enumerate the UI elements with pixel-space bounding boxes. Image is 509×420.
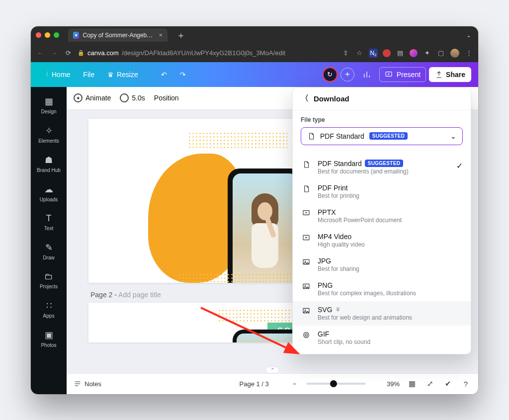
bookmark-icon[interactable]: ☆ [355,49,364,57]
browser-window: ♥ Copy of Sommer-Angebot (Pre × ＋ ⌄ ← → … [31,26,478,394]
file-menu[interactable]: File [78,68,99,82]
filetype-section: File type PDF Standard SUGGESTED ⌄ [293,110,471,153]
sidebar-item-label: Design [41,109,56,114]
sidebar-item-elements[interactable]: ✧Elements [34,121,64,148]
template-icon: ▦ [45,96,53,107]
add-collaborator-button[interactable]: ＋ [340,68,354,82]
position-label: Position [154,94,179,102]
notes-label: Notes [85,380,101,388]
position-button[interactable]: Position [154,94,179,102]
zoom-value[interactable]: 39% [387,380,400,388]
filetype-option-jpg[interactable]: JPGBest for sharing [293,252,471,277]
sidebar-item-text[interactable]: TText [34,209,64,235]
extension-icon[interactable] [383,49,391,57]
nav-forward-icon[interactable]: → [50,49,59,57]
close-tab-icon[interactable]: × [159,31,163,39]
slider-knob-icon[interactable] [330,380,337,387]
option-desc: Best for complex images, illustrations [318,290,416,297]
extension-icon[interactable] [410,49,418,57]
extension-icon[interactable]: N2 [369,49,378,58]
nav-back-icon[interactable]: ← [36,49,45,57]
filetype-option-pptx[interactable]: PPTXMicrosoft PowerPoint document [293,204,471,228]
new-tab-button[interactable]: ＋ [172,29,189,41]
home-button[interactable]: 〈Home [38,67,75,82]
filetype-option-svg[interactable]: SVG♛Best for web design and animations [293,301,471,326]
filetype-select[interactable]: PDF Standard SUGGESTED ⌄ [301,127,463,145]
filetype-option-gif[interactable]: GIFShort clip, no sound [293,326,471,350]
option-desc: High quality video [318,241,365,248]
option-name: JPG [318,257,331,265]
sidebar-item-brandhub[interactable]: ☗Brand Hub [34,151,64,177]
url-path: /design/DAFktad8AYU/nUwPY4xyG2B1G0j0s_3M… [122,49,285,57]
duration-button[interactable]: 5.0s [120,93,145,102]
grid-view-icon[interactable]: ▦ [407,379,418,388]
sparkle-icon: ✦ [74,93,83,102]
option-icon [301,281,312,290]
download-panel: 〈 Download File type PDF Standard SUGGES… [292,87,471,354]
check-circle-icon[interactable]: ✔ [442,379,453,388]
extension-icon[interactable]: ▤ [396,49,405,57]
animate-label: Animate [85,94,111,102]
page-indicator[interactable]: Page 1 / 3 [240,380,269,388]
filetype-label: File type [301,116,463,123]
sidepanel-icon[interactable]: ▢ [436,49,445,57]
extensions-menu-icon[interactable]: ✦ [423,49,431,57]
kebab-menu-icon[interactable]: ⋮ [464,49,473,57]
share-icon[interactable]: ⇪ [341,49,350,57]
profile-avatar-icon[interactable] [450,49,459,58]
download-header: 〈 Download [293,87,471,110]
minimize-window-icon[interactable] [45,32,50,38]
option-text: PPTXMicrosoft PowerPoint document [318,208,402,224]
reload-icon[interactable]: ⟳ [64,49,73,57]
sidebar-item-projects[interactable]: 🗀Projects [34,267,64,293]
option-name: PPTX [318,208,336,216]
share-button[interactable]: Share [429,67,471,82]
window-controls[interactable] [36,32,59,38]
page-peek-indicator[interactable]: ⌃ [266,367,279,373]
option-icon [301,330,312,339]
option-text: MP4 VideoHigh quality video [318,233,365,248]
image-icon: ▣ [45,330,53,340]
option-text: GIFShort clip, no sound [318,330,370,345]
brand-icon: ☗ [45,155,53,166]
present-button[interactable]: Present [379,67,426,82]
tab-title: Copy of Sommer-Angebot (Pre [83,32,155,39]
notes-button[interactable]: Notes [74,380,101,388]
sidebar-item-photos[interactable]: ▣Photos [34,326,64,352]
tabs-overflow-icon[interactable]: ⌄ [466,32,473,39]
close-window-icon[interactable] [36,32,41,38]
option-text: PDF PrintBest for printing [318,184,359,199]
address-bar: ← → ⟳ 🔒 canva.com/design/DAFktad8AYU/nUw… [31,44,478,62]
filetype-option-mp4-video[interactable]: MP4 VideoHigh quality video [293,228,471,252]
svg-point-11 [305,334,308,336]
sidebar-item-draw[interactable]: ✎Draw [34,238,64,264]
animate-button[interactable]: ✦Animate [74,93,111,102]
sidebar-item-design[interactable]: ▦Design [34,92,64,118]
zoom-slider[interactable] [306,383,366,385]
resize-button[interactable]: ♛Resize [102,68,143,82]
download-title: Download [314,94,349,103]
analytics-button[interactable] [357,67,376,82]
undo-button[interactable]: ↶ [156,68,172,82]
url-display[interactable]: 🔒 canva.com/design/DAFktad8AYU/nUwPY4xyG… [78,49,285,57]
zoom-window-icon[interactable] [54,32,59,38]
redo-button[interactable]: ↷ [175,68,191,82]
sidebar-item-apps[interactable]: ∷Apps [34,296,64,323]
back-button[interactable]: 〈 [301,93,309,104]
filetype-option-pdf-print[interactable]: PDF PrintBest for printing [293,179,471,204]
zoom-out-button[interactable]: − [293,380,297,388]
fullscreen-icon[interactable]: ⤢ [424,379,435,388]
browser-tab[interactable]: ♥ Copy of Sommer-Angebot (Pre × [68,28,168,42]
sidebar-item-uploads[interactable]: ☁Uploads [34,180,64,206]
crown-icon: ♛ [107,71,114,79]
sidebar-item-label: Uploads [40,197,58,202]
canva-app: 〈Home File ♛Resize ↶ ↷ ↻ ＋ Present Share [31,62,478,394]
bottom-bar: ⌃ Notes Page 1 / 3 − + 39% ▦ ⤢ ✔ ? [67,373,478,394]
svg-point-5 [305,260,306,261]
help-icon[interactable]: ? [460,380,471,388]
filetype-option-pdf-standard[interactable]: PDF StandardSUGGESTEDBest for documents … [293,155,471,179]
option-desc: Best for printing [318,192,359,199]
collaborator-avatar[interactable]: ↻ [323,67,338,82]
filetype-option-png[interactable]: PNGBest for complex images, illustration… [293,277,471,301]
folder-icon: 🗀 [44,271,53,282]
